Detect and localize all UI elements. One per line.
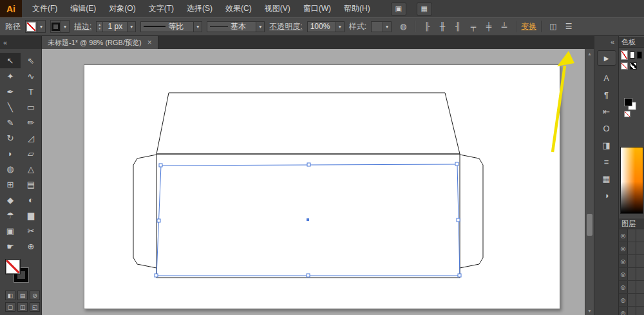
workspace-switcher-icon[interactable]: ▦ bbox=[417, 3, 432, 15]
stroke-color-control[interactable]: ▾ bbox=[50, 20, 70, 33]
anchor-point[interactable] bbox=[155, 274, 158, 277]
blend-tool[interactable]: ◐ bbox=[21, 192, 41, 207]
menu-item[interactable]: 效果(C) bbox=[219, 0, 258, 17]
color-mode-button[interactable]: ◧ bbox=[5, 291, 15, 300]
dock-collapse-icon[interactable]: « bbox=[611, 36, 618, 48]
opentype-panel-icon[interactable]: O bbox=[598, 122, 616, 135]
anchor-point[interactable] bbox=[458, 274, 461, 277]
gradient-tool[interactable]: ▤ bbox=[21, 177, 41, 192]
menu-item[interactable]: 文件(F) bbox=[26, 0, 64, 17]
shape-builder-tool[interactable]: ◍ bbox=[0, 161, 21, 177]
hand-tool[interactable]: ☛ bbox=[0, 238, 21, 254]
align-h-center-icon[interactable]: ╫ bbox=[435, 20, 450, 33]
paintbrush-tool[interactable]: ✎ bbox=[0, 115, 21, 130]
layer-row[interactable]: ◎ bbox=[619, 229, 644, 242]
color-spectrum-picker[interactable] bbox=[620, 147, 643, 214]
magic-wand-tool[interactable]: ✦ bbox=[0, 68, 21, 84]
canvas-area[interactable] bbox=[42, 49, 585, 315]
pen-tool[interactable]: ✒ bbox=[0, 84, 21, 99]
expand-panels-icon[interactable]: ▶ bbox=[597, 50, 616, 66]
scroll-up-icon[interactable]: ▲ bbox=[586, 50, 593, 57]
character-panel-icon[interactable]: A bbox=[598, 72, 616, 84]
layer-visibility-toggle[interactable]: ◎ bbox=[619, 242, 628, 254]
graphic-styles-panel-icon[interactable]: ≡ bbox=[598, 155, 616, 168]
align-top-icon[interactable]: ╤ bbox=[466, 20, 480, 33]
fill-color-swatch[interactable] bbox=[5, 259, 21, 274]
anchor-point[interactable] bbox=[307, 163, 310, 166]
free-transform-tool[interactable]: ▱ bbox=[21, 146, 41, 161]
menu-item[interactable]: 对象(O) bbox=[102, 0, 142, 17]
draw-behind-button[interactable]: ◫ bbox=[17, 302, 28, 312]
layer-visibility-toggle[interactable]: ◎ bbox=[619, 281, 628, 293]
line-segment-tool[interactable]: ╲ bbox=[0, 99, 21, 115]
eyedropper-tool[interactable]: ◆ bbox=[0, 192, 21, 207]
opacity-panel-link[interactable]: 不透明度: bbox=[269, 21, 302, 32]
envelope-right-tab[interactable] bbox=[460, 155, 483, 268]
document-setup-icon[interactable]: ◫ bbox=[546, 20, 560, 33]
pencil-tool[interactable]: ✏ bbox=[21, 115, 41, 130]
anchor-point[interactable] bbox=[307, 274, 310, 277]
layer-row[interactable]: ◎ bbox=[619, 268, 644, 281]
column-graph-tool[interactable]: ▆ bbox=[21, 207, 41, 223]
draw-normal-button[interactable]: ▢ bbox=[5, 302, 15, 312]
layer-visibility-toggle[interactable]: ◎ bbox=[619, 255, 628, 267]
width-tool[interactable]: ◗ bbox=[0, 146, 21, 161]
toolbar-collapse-icon[interactable]: « bbox=[0, 36, 42, 49]
stepper-icon[interactable]: ▴▾ bbox=[97, 22, 103, 32]
black-swatch[interactable] bbox=[637, 52, 642, 59]
type-tool[interactable]: T bbox=[21, 84, 41, 99]
layer-row[interactable]: ◎ bbox=[619, 255, 644, 268]
anchor-point[interactable] bbox=[159, 164, 162, 167]
mesh-tool[interactable]: ⊞ bbox=[0, 177, 21, 192]
opacity-select[interactable]: 100% ▾ bbox=[307, 21, 345, 32]
align-left-icon[interactable]: ╟ bbox=[420, 20, 434, 33]
rotate-tool[interactable]: ↻ bbox=[0, 130, 21, 146]
layer-row[interactable]: ◎ bbox=[619, 242, 644, 255]
gradient-mode-button[interactable]: ▤ bbox=[17, 291, 28, 300]
envelope-body[interactable] bbox=[156, 154, 460, 278]
appearance-panel-icon[interactable]: ◨ bbox=[598, 138, 616, 151]
layer-row[interactable]: ◎ bbox=[619, 281, 644, 294]
anchor-point[interactable] bbox=[455, 162, 459, 166]
tabs-panel-icon[interactable]: ⇤ bbox=[598, 105, 616, 118]
color-fill-swatch[interactable] bbox=[624, 98, 632, 106]
layer-visibility-toggle[interactable]: ◎ bbox=[619, 294, 628, 306]
none-mode-button[interactable]: ⊘ bbox=[30, 291, 40, 300]
menu-item[interactable]: 选择(S) bbox=[180, 0, 219, 17]
color-none-swatch[interactable] bbox=[624, 111, 630, 117]
align-bottom-icon[interactable]: ╧ bbox=[497, 20, 511, 33]
color-guide-panel-icon[interactable]: ◑ bbox=[598, 189, 616, 202]
width-profile-select[interactable]: 等比 ▾ bbox=[140, 21, 202, 32]
none-swatch[interactable] bbox=[621, 50, 628, 60]
layer-row[interactable]: ◎ bbox=[619, 294, 644, 307]
layer-visibility-toggle[interactable]: ◎ bbox=[619, 307, 628, 315]
scroll-down-icon[interactable]: ▼ bbox=[586, 307, 593, 314]
transform-panel-link[interactable]: 变换 bbox=[521, 21, 536, 32]
rectangle-tool[interactable]: ▭ bbox=[21, 99, 41, 115]
style-select[interactable]: ▾ bbox=[371, 21, 392, 32]
align-v-center-icon[interactable]: ╪ bbox=[482, 20, 496, 33]
zoom-tool[interactable]: ⊕ bbox=[21, 238, 41, 254]
lasso-tool[interactable]: ∿ bbox=[21, 68, 41, 84]
document-tab[interactable]: 未标题-1* @ 98% (RGB/预览) × bbox=[42, 36, 158, 49]
tab-swatches[interactable]: 色板 bbox=[619, 36, 644, 48]
white-swatch[interactable] bbox=[630, 52, 635, 59]
tab-layers[interactable]: 图层 bbox=[619, 218, 644, 229]
recolor-artwork-icon[interactable]: ◍ bbox=[396, 20, 410, 33]
panel-menu-icon[interactable]: ☰ bbox=[562, 20, 576, 33]
menu-item[interactable]: 帮助(H) bbox=[337, 0, 377, 17]
perspective-grid-tool[interactable]: △ bbox=[21, 161, 41, 177]
envelope-top-flap[interactable] bbox=[156, 93, 460, 154]
registration-swatch[interactable] bbox=[630, 62, 637, 70]
anchor-point[interactable] bbox=[457, 218, 460, 222]
stroke-width-select[interactable]: ▴▾ 1 px ▾ bbox=[96, 21, 136, 32]
direct-selection-tool[interactable]: ⇖ bbox=[21, 53, 41, 68]
scrollbar-thumb[interactable] bbox=[587, 214, 592, 236]
envelope-left-tab[interactable] bbox=[133, 155, 156, 268]
fill-color-control[interactable]: ▾ bbox=[25, 20, 46, 33]
bridge-icon[interactable]: ▣ bbox=[391, 3, 406, 15]
symbols-panel-icon[interactable]: ▦ bbox=[598, 172, 616, 185]
screen-mode-button[interactable]: ◱ bbox=[30, 302, 40, 312]
slice-tool[interactable]: ✂ bbox=[21, 223, 41, 238]
selection-tool[interactable]: ↖ bbox=[0, 53, 21, 68]
